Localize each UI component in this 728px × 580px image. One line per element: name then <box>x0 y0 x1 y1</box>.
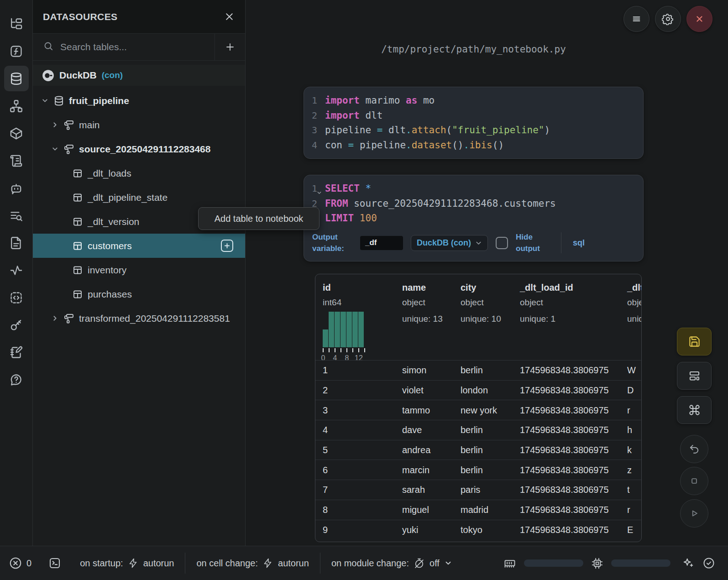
tree-item-fruit_pipeline[interactable]: fruit_pipeline <box>33 89 245 113</box>
scratchpad-pen-icon[interactable] <box>4 339 29 366</box>
scratchpad-scroll-icon[interactable] <box>4 147 29 174</box>
save-button[interactable] <box>677 328 712 355</box>
histogram-bar <box>335 312 340 347</box>
tree-item-_dlt_pipeline_state[interactable]: _dlt_pipeline_state <box>33 185 245 209</box>
notebook-path[interactable]: /tmp/project/path/my_notebook.py <box>304 44 644 55</box>
table-row[interactable]: 2violetlondon1745968348.3806975D <box>315 380 641 400</box>
errors-icon[interactable] <box>9 556 22 570</box>
column-header-city[interactable]: cityobjectunique: 10 <box>461 282 501 324</box>
secrets-key-icon[interactable] <box>4 311 29 339</box>
column-header-name[interactable]: nameobjectunique: 13 <box>402 282 443 324</box>
close-panel-button[interactable] <box>222 10 236 24</box>
panel-title: DATASOURCES <box>43 11 222 22</box>
tree-item-_dlt_loads[interactable]: _dlt_loads <box>33 161 245 185</box>
column-header-_dlt_id[interactable]: _dlt_idobjectunique: 13 <box>627 282 642 324</box>
chat-bot-icon[interactable] <box>4 174 29 202</box>
table-row[interactable]: 7sarahparis1745968348.3806975t <box>315 480 641 500</box>
table-row[interactable]: 3tammonew york1745968348.3806975r <box>315 400 641 420</box>
token: ( <box>446 125 452 136</box>
on-startup-setting[interactable]: on startup: autorun <box>80 558 174 569</box>
table-row[interactable]: 9yukitokyo1745968348.3806975E <box>315 520 641 540</box>
error-count: 0 <box>26 558 31 569</box>
documentation-icon[interactable] <box>4 229 29 256</box>
tree-item-label: main <box>79 120 100 131</box>
table-row[interactable]: 8miguelmadrid1745968348.3806975r <box>315 500 641 520</box>
engine-select[interactable]: DuckDB (con) <box>411 235 488 251</box>
logs-icon[interactable] <box>4 202 29 229</box>
command-palette-button[interactable] <box>677 396 712 424</box>
datasources-icon[interactable] <box>4 66 29 91</box>
settings-button[interactable] <box>655 6 681 32</box>
cell-_dlt_load_id: 1745968348.3806975 <box>520 365 609 376</box>
help-icon[interactable] <box>4 366 29 393</box>
cell-id: 8 <box>323 505 328 515</box>
search-field[interactable] <box>33 34 215 60</box>
file-tree-icon[interactable] <box>4 10 29 37</box>
python-code: 1import marimo as mo2import dlt3pipeline… <box>304 93 643 152</box>
divider <box>185 553 185 574</box>
add-datasource-button[interactable] <box>215 34 245 60</box>
code-line: 2import dlt <box>304 108 643 123</box>
hide-output-checkbox[interactable] <box>496 237 508 249</box>
cell-_dlt_load_id: 1745968348.3806975 <box>520 385 609 396</box>
table-row[interactable]: 1simonberlin1745968348.3806975W <box>315 360 641 380</box>
tree-item-transformed_202504291112283581[interactable]: transformed_202504291112283581 <box>33 306 245 330</box>
tracing-activity-icon[interactable] <box>4 256 29 284</box>
sql-cell[interactable]: 1SELECT *2FROM source_202504291112283468… <box>304 175 644 261</box>
column-name: city <box>461 282 501 293</box>
axis-tick <box>346 348 347 352</box>
table-row[interactable]: 4daveberlin1745968348.3806975h <box>315 420 641 440</box>
menu-button[interactable] <box>623 6 649 32</box>
tree-item-purchases[interactable]: purchases <box>33 282 245 306</box>
layout-button[interactable] <box>677 362 712 390</box>
table-row[interactable]: 5andreaberlin1745968348.3806975k <box>315 440 641 460</box>
tree-item-inventory[interactable]: inventory <box>33 258 245 282</box>
tree-item-label: transformed_202504291112283581 <box>79 313 230 324</box>
on-module-change-setting[interactable]: on module change: off <box>331 558 452 569</box>
table-row[interactable]: 6marcinberlin1745968348.3806975z <box>315 460 641 480</box>
dependency-graph-icon[interactable] <box>4 92 29 120</box>
connection-header[interactable]: DuckDB (con) <box>33 65 245 86</box>
snippets-icon[interactable] <box>4 284 29 311</box>
tree-item-customers[interactable]: customers <box>33 234 245 258</box>
token: dataset <box>412 140 452 151</box>
cell-_dlt_load_id: 1745968348.3806975 <box>520 425 609 435</box>
connection-name: DuckDB <box>59 70 97 81</box>
table-icon <box>72 264 84 276</box>
code-tokens: pipeline = dlt.attach("fruit_pipeline") <box>325 125 550 136</box>
on-cell-change-setting[interactable]: on cell change: autorun <box>196 558 309 569</box>
tree-item-main[interactable]: main <box>33 113 245 137</box>
packages-icon[interactable] <box>4 120 29 147</box>
column-header-_dlt_load_id[interactable]: _dlt_load_idobjectunique: 1 <box>520 282 573 324</box>
code-line: 1SELECT * <box>304 181 643 196</box>
function-square-icon[interactable] <box>4 37 29 65</box>
result-table[interactable]: idint6404812nameobjectunique: 13cityobje… <box>315 274 642 542</box>
chevron-down-icon <box>51 145 59 153</box>
code-tokens: import marimo as mo <box>325 95 435 106</box>
ai-sparkles-icon[interactable] <box>682 557 695 570</box>
stop-button[interactable] <box>680 467 708 495</box>
undo-button[interactable] <box>680 435 708 463</box>
tree-item-source_202504291112283468[interactable]: source_202504291112283468 <box>33 137 245 161</box>
sql-code: 1SELECT *2FROM source_202504291112283468… <box>304 181 643 226</box>
cell-_dlt_id: r <box>627 405 630 415</box>
code-tokens: SELECT * <box>325 183 371 194</box>
shutdown-button[interactable] <box>686 6 712 32</box>
cell-name: simon <box>402 365 426 376</box>
cell-city: berlin <box>461 425 483 435</box>
output-variable-input[interactable]: _df <box>360 236 403 250</box>
run-button[interactable] <box>680 499 708 528</box>
chevron-down-icon[interactable] <box>316 187 322 193</box>
column-header-id[interactable]: idint6404812 <box>323 282 365 362</box>
column-unique: unique: 1 <box>520 314 573 324</box>
cell-id: 4 <box>323 425 328 435</box>
terminal-icon[interactable] <box>48 556 62 570</box>
language-badge[interactable]: sql <box>573 237 585 249</box>
add-table-to-notebook-button[interactable] <box>221 240 233 252</box>
cell-_dlt_load_id: 1745968348.3806975 <box>520 465 609 475</box>
token: LIMIT <box>325 213 354 224</box>
connection-status-icon[interactable] <box>702 557 715 570</box>
search-input[interactable] <box>60 42 188 52</box>
python-cell[interactable]: 1import marimo as mo2import dlt3pipeline… <box>304 87 644 159</box>
column-name: _dlt_id <box>627 282 642 293</box>
